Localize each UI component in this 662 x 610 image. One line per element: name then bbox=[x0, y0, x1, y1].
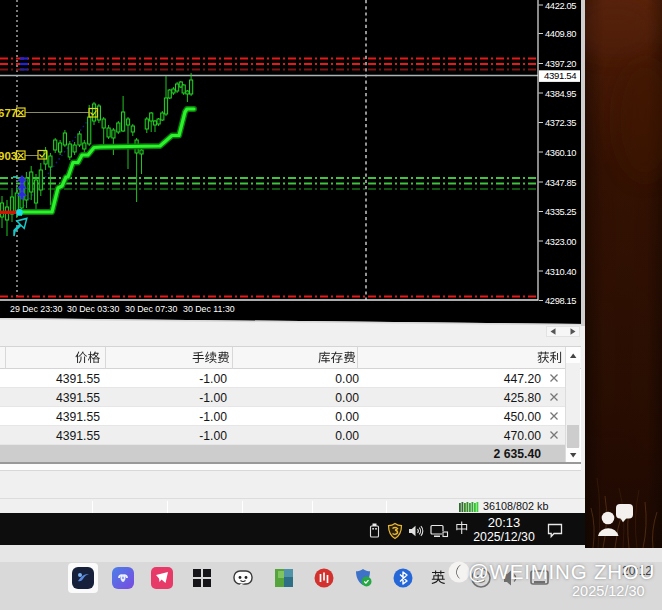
svg-text:4391.54: 4391.54 bbox=[544, 70, 577, 81]
svg-text:4397.20: 4397.20 bbox=[545, 59, 576, 69]
svg-text:4310.40: 4310.40 bbox=[545, 267, 576, 277]
svg-text:4323.00: 4323.00 bbox=[545, 237, 576, 247]
svg-text:30 Dec 03:30: 30 Dec 03:30 bbox=[67, 304, 119, 314]
svg-text:30 Dec 07:30: 30 Dec 07:30 bbox=[125, 304, 177, 314]
svg-text:30 Dec 11:30: 30 Dec 11:30 bbox=[183, 304, 235, 314]
svg-text:677: 677 bbox=[0, 107, 17, 119]
svg-text:4372.35: 4372.35 bbox=[545, 118, 576, 128]
svg-text:4347.85: 4347.85 bbox=[545, 178, 576, 188]
svg-text:4409.80: 4409.80 bbox=[545, 29, 576, 39]
svg-text:29 Dec 23:30: 29 Dec 23:30 bbox=[10, 304, 62, 314]
svg-text:4298.15: 4298.15 bbox=[545, 296, 576, 306]
svg-text:4335.25: 4335.25 bbox=[545, 207, 576, 217]
svg-text:4384.95: 4384.95 bbox=[545, 89, 576, 99]
svg-text:4360.10: 4360.10 bbox=[545, 148, 576, 158]
svg-text:4422.05: 4422.05 bbox=[545, 1, 576, 11]
svg-text:903: 903 bbox=[0, 150, 17, 162]
